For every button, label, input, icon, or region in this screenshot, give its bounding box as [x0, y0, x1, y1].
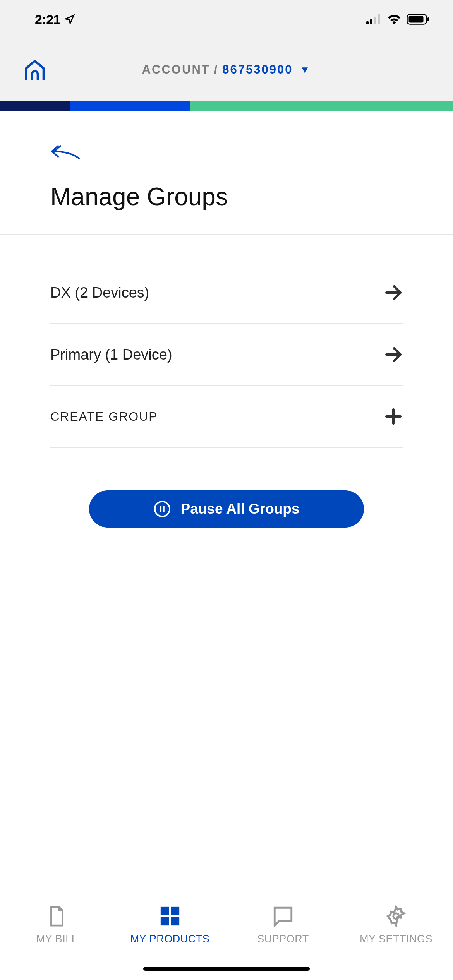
home-icon: [23, 58, 46, 81]
dropdown-caret-icon: ▼: [300, 64, 311, 76]
svg-rect-2: [374, 17, 376, 24]
svg-rect-16: [161, 917, 169, 925]
grid-icon: [159, 905, 181, 927]
pause-all-groups-button[interactable]: Pause All Groups: [89, 490, 364, 528]
status-indicators: [366, 14, 430, 25]
nav-my-settings[interactable]: MY SETTINGS: [340, 905, 453, 945]
arrow-right-icon: [384, 345, 403, 364]
create-group-row[interactable]: CREATE GROUP: [50, 386, 403, 448]
arrow-right-icon: [384, 283, 403, 302]
svg-rect-5: [409, 16, 424, 23]
progress-strip: [0, 101, 453, 111]
nav-my-bill[interactable]: MY BILL: [0, 905, 113, 945]
account-number: 867530900: [222, 63, 293, 77]
signal-icon: [366, 14, 382, 24]
nav-label: MY SETTINGS: [360, 933, 432, 945]
page-title: Manage Groups: [0, 171, 453, 234]
battery-icon: [407, 14, 430, 25]
bill-icon: [46, 905, 68, 927]
page-content: Manage Groups DX (2 Devices) Primary (1 …: [0, 111, 453, 891]
plus-icon: [384, 407, 403, 426]
pause-icon: [153, 500, 171, 518]
svg-rect-14: [161, 907, 169, 915]
status-time: 2:21: [35, 12, 75, 27]
svg-rect-0: [366, 21, 369, 24]
group-item-primary[interactable]: Primary (1 Device): [50, 324, 403, 386]
svg-point-11: [155, 502, 170, 516]
back-arrow-icon: [50, 144, 81, 159]
gear-icon: [385, 905, 407, 927]
home-indicator[interactable]: [143, 967, 310, 971]
nav-label: MY PRODUCTS: [130, 933, 210, 945]
group-label: DX (2 Devices): [50, 284, 149, 301]
svg-rect-6: [427, 17, 429, 21]
nav-label: MY BILL: [36, 933, 78, 945]
back-button[interactable]: [50, 144, 81, 163]
app-header: ACCOUNT / 867530900 ▼: [0, 39, 453, 101]
groups-list: DX (2 Devices) Primary (1 Device) CREATE…: [0, 262, 453, 448]
svg-rect-3: [378, 14, 380, 24]
svg-rect-1: [370, 19, 372, 24]
group-label: Primary (1 Device): [50, 346, 172, 363]
account-selector[interactable]: ACCOUNT / 867530900 ▼: [142, 63, 311, 77]
svg-rect-17: [171, 917, 179, 925]
nav-my-products[interactable]: MY PRODUCTS: [113, 905, 226, 945]
account-separator: /: [214, 63, 219, 77]
account-label: ACCOUNT: [142, 63, 210, 77]
wifi-icon: [387, 14, 401, 24]
status-time-text: 2:21: [35, 12, 60, 27]
status-bar: 2:21: [0, 0, 453, 39]
nav-label: SUPPORT: [257, 933, 309, 945]
svg-rect-15: [171, 907, 179, 915]
create-group-label: CREATE GROUP: [50, 409, 158, 424]
chat-icon: [272, 905, 294, 927]
pause-button-label: Pause All Groups: [180, 501, 299, 517]
location-arrow-icon: [64, 14, 75, 25]
nav-support[interactable]: SUPPORT: [226, 905, 340, 945]
group-item-dx[interactable]: DX (2 Devices): [50, 262, 403, 324]
home-button[interactable]: [23, 58, 46, 81]
